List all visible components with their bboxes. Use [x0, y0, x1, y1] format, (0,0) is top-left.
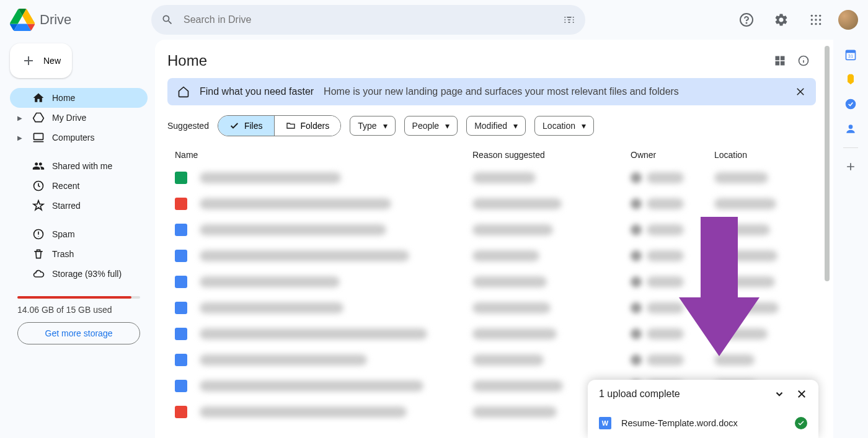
table-row[interactable] — [167, 321, 816, 347]
cloud-icon — [32, 268, 45, 280]
check-icon — [229, 121, 239, 131]
col-location[interactable]: Location — [714, 150, 808, 160]
storage-bar — [17, 296, 140, 299]
page-title: Home — [167, 52, 207, 69]
sidebar-item-spam[interactable]: Spam — [10, 224, 148, 244]
filter-chip-people[interactable]: People▾ — [404, 116, 458, 136]
sidebar-item-label: Computers — [52, 133, 94, 142]
svg-point-10 — [819, 23, 821, 25]
clock-icon — [32, 180, 45, 192]
file-type-icon — [175, 328, 187, 340]
new-button[interactable]: New — [10, 43, 72, 78]
table-row[interactable] — [167, 295, 816, 321]
apps-button[interactable] — [804, 7, 828, 32]
svg-point-9 — [815, 23, 817, 25]
grid-view-icon[interactable] — [774, 55, 786, 67]
mydrive-icon — [32, 112, 45, 124]
close-icon[interactable] — [795, 86, 806, 97]
table-row[interactable] — [167, 269, 816, 295]
chevron-down-icon: ▾ — [383, 121, 388, 131]
app-name: Drive — [40, 12, 71, 28]
sidebar-item-computers[interactable]: ▶ Computers — [10, 128, 148, 147]
svg-point-6 — [815, 19, 817, 20]
help-button[interactable] — [734, 7, 759, 32]
file-type-icon — [175, 172, 187, 184]
sidebar-item-starred[interactable]: Starred — [10, 196, 148, 216]
contacts-icon[interactable] — [844, 123, 857, 135]
filter-chip-location[interactable]: Location▾ — [534, 116, 594, 136]
file-type-icon — [175, 198, 187, 210]
svg-point-1 — [746, 23, 747, 24]
main-content: Home Find what you need faster Home is y… — [155, 40, 833, 438]
get-storage-button[interactable]: Get more storage — [17, 322, 140, 344]
segment-files[interactable]: Files — [218, 116, 274, 136]
col-name[interactable]: Name — [175, 150, 472, 160]
new-button-label: New — [43, 56, 61, 66]
plus-icon — [21, 53, 36, 68]
segment-toggle: Files Folders — [218, 115, 341, 136]
side-panel: 31 — [833, 40, 868, 438]
search-options-icon[interactable] — [563, 14, 575, 26]
file-type-icon — [175, 380, 187, 392]
add-icon[interactable] — [844, 160, 857, 173]
sidebar: New Home ▶ My Drive ▶ Computers — [0, 40, 155, 438]
col-owner[interactable]: Owner — [631, 150, 714, 160]
sidebar-item-mydrive[interactable]: ▶ My Drive — [10, 108, 148, 128]
upload-title: 1 upload complete — [599, 388, 680, 400]
star-icon — [32, 199, 45, 212]
svg-point-5 — [811, 19, 813, 20]
close-icon[interactable] — [796, 388, 807, 400]
sidebar-item-recent[interactable]: Recent — [10, 176, 148, 196]
banner-title: Find what you need faster — [200, 86, 314, 97]
info-icon[interactable] — [797, 55, 810, 67]
svg-point-7 — [819, 19, 821, 20]
settings-button[interactable] — [769, 7, 794, 32]
table-header: Name Reason suggested Owner Location — [167, 145, 816, 165]
svg-rect-11 — [34, 133, 43, 139]
header-actions — [734, 7, 858, 32]
segment-label: Files — [244, 121, 263, 131]
svg-point-8 — [811, 23, 813, 25]
tasks-icon[interactable] — [844, 98, 857, 110]
segment-folders[interactable]: Folders — [274, 116, 341, 136]
file-type-icon — [175, 224, 187, 236]
chevron-down-icon[interactable] — [774, 388, 785, 400]
success-check-icon — [795, 417, 807, 429]
help-icon — [739, 12, 754, 27]
file-type-icon — [175, 354, 187, 366]
keep-icon[interactable] — [844, 73, 857, 85]
sidebar-item-label: Spam — [52, 229, 75, 239]
table-row[interactable] — [167, 243, 816, 269]
filter-chip-modified[interactable]: Modified▾ — [466, 116, 526, 136]
suggested-label: Suggested — [167, 121, 209, 131]
logo-area[interactable]: Drive — [10, 7, 146, 32]
folder-icon — [286, 121, 296, 131]
search-icon — [161, 14, 174, 26]
table-row[interactable] — [167, 191, 816, 217]
sidebar-item-label: Home — [52, 93, 75, 103]
home-outline-icon — [177, 85, 190, 98]
sidebar-item-trash[interactable]: Trash — [10, 244, 148, 264]
sidebar-item-label: My Drive — [52, 113, 86, 123]
account-avatar[interactable] — [838, 10, 858, 30]
chevron-right-icon[interactable]: ▶ — [17, 115, 25, 121]
table-row[interactable] — [167, 165, 816, 191]
gear-icon — [774, 12, 789, 27]
filter-chip-type[interactable]: Type▾ — [350, 116, 395, 136]
sidebar-item-storage[interactable]: Storage (93% full) — [10, 264, 148, 284]
spam-icon — [32, 228, 45, 240]
table-row[interactable] — [167, 347, 816, 373]
col-reason[interactable]: Reason suggested — [472, 150, 631, 160]
search-bar[interactable] — [151, 5, 585, 35]
drive-logo-icon — [10, 7, 35, 32]
scrollbar[interactable] — [825, 46, 830, 281]
table-row[interactable] — [167, 217, 816, 243]
computers-icon — [32, 131, 45, 144]
calendar-icon[interactable]: 31 — [844, 48, 857, 61]
sidebar-item-home[interactable]: Home — [10, 88, 148, 108]
chevron-right-icon[interactable]: ▶ — [17, 134, 25, 141]
upload-item[interactable]: W Resume-Template.word.docx — [588, 408, 818, 438]
sidebar-item-shared[interactable]: Shared with me — [10, 156, 148, 176]
search-input[interactable] — [184, 14, 553, 25]
info-banner: Find what you need faster Home is your n… — [167, 78, 816, 105]
